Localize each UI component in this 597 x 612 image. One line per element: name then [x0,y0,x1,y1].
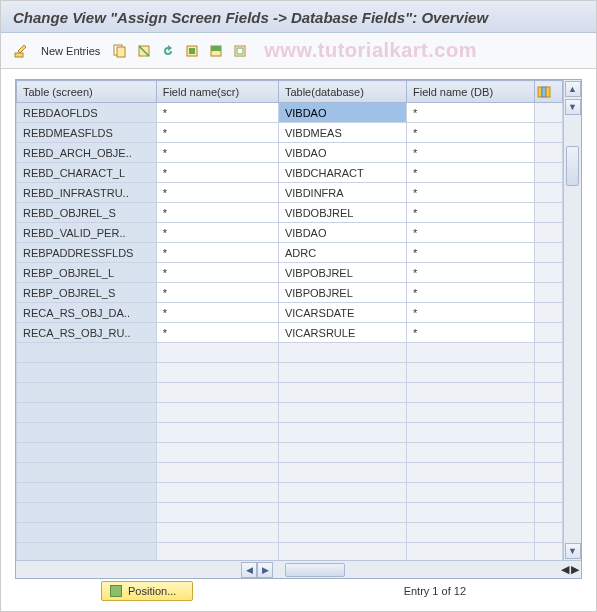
scroll-down-arrow-icon[interactable]: ▼ [565,543,581,559]
cell-table-db[interactable]: VIBPOBJREL [278,263,406,283]
hscroll2-left-icon[interactable]: ◀ [561,563,569,576]
cell-table-db[interactable]: VIBDAO [278,143,406,163]
cell-empty[interactable] [17,403,157,423]
cell-empty[interactable] [17,503,157,523]
cell-empty[interactable] [278,483,406,503]
table-row[interactable]: REBD_ARCH_OBJE..*VIBDAO* [17,143,563,163]
table-row-empty[interactable] [17,483,563,503]
cell-field-screen[interactable]: * [156,123,278,143]
cell-table-db[interactable]: VIBDCHARACT [278,163,406,183]
cell-field-screen[interactable]: * [156,183,278,203]
cell-table-db[interactable]: VICARSRULE [278,323,406,343]
col-header-table-db[interactable]: Table(database) [278,81,406,103]
cell-empty[interactable] [406,523,534,543]
cell-empty[interactable] [406,463,534,483]
col-header-field-screen[interactable]: Field name(scr) [156,81,278,103]
cell-table-screen[interactable]: RECA_RS_OBJ_RU.. [17,323,157,343]
cell-empty[interactable] [406,423,534,443]
cell-field-screen[interactable]: * [156,303,278,323]
cell-field-screen[interactable]: * [156,163,278,183]
cell-empty[interactable] [156,503,278,523]
cell-table-db[interactable]: VIBDINFRA [278,183,406,203]
cell-empty[interactable] [535,423,563,443]
cell-empty[interactable] [406,363,534,383]
cell-table-screen[interactable]: REBP_OBJREL_L [17,263,157,283]
cell-empty[interactable] [156,363,278,383]
scroll-track[interactable] [564,116,581,542]
cell-table-db[interactable]: VICARSDATE [278,303,406,323]
table-row-empty[interactable] [17,503,563,523]
cell-table-screen[interactable]: REBD_INFRASTRU.. [17,183,157,203]
cell-empty[interactable] [156,483,278,503]
cell-empty[interactable] [406,483,534,503]
cell-empty[interactable] [156,443,278,463]
new-entries-button[interactable]: New Entries [35,43,106,59]
position-button[interactable]: Position... [101,581,193,601]
table-row-empty[interactable] [17,423,563,443]
cell-empty[interactable] [535,403,563,423]
cell-empty[interactable] [278,383,406,403]
cell-field-db[interactable]: * [406,303,534,323]
col-header-field-db[interactable]: Field name (DB) [406,81,534,103]
cell-field-screen[interactable]: * [156,203,278,223]
table-row-empty[interactable] [17,523,563,543]
cell-empty[interactable] [156,403,278,423]
select-all-icon[interactable] [182,41,202,61]
cell-empty[interactable] [17,463,157,483]
cell-empty[interactable] [278,443,406,463]
cell-field-db[interactable]: * [406,163,534,183]
copy-as-icon[interactable] [110,41,130,61]
toggle-display-change-icon[interactable] [11,41,31,61]
table-row[interactable]: REBP_OBJREL_S*VIBPOBJREL* [17,283,563,303]
table-row[interactable]: REBD_CHARACT_L*VIBDCHARACT* [17,163,563,183]
cell-empty[interactable] [278,403,406,423]
table-row[interactable]: REBDMEASFLDS*VIBDMEAS* [17,123,563,143]
cell-empty[interactable] [17,423,157,443]
cell-empty[interactable] [406,443,534,463]
table-row[interactable]: REBD_OBJREL_S*VIBDOBJREL* [17,203,563,223]
table-row-empty[interactable] [17,403,563,423]
table-row-empty[interactable] [17,363,563,383]
cell-empty[interactable] [156,343,278,363]
cell-field-db[interactable]: * [406,263,534,283]
table-row-empty[interactable] [17,343,563,363]
table-row[interactable]: REBPADDRESSFLDS*ADRC* [17,243,563,263]
horizontal-scrollbar-2[interactable]: ◀ ▶ [511,561,581,578]
cell-table-screen[interactable]: REBD_OBJREL_S [17,203,157,223]
cell-table-screen[interactable]: REBPADDRESSFLDS [17,243,157,263]
cell-empty[interactable] [535,363,563,383]
hscroll2-right-icon[interactable]: ▶ [571,563,579,576]
cell-field-db[interactable]: * [406,143,534,163]
cell-field-db[interactable]: * [406,243,534,263]
cell-empty[interactable] [535,503,563,523]
cell-empty[interactable] [535,523,563,543]
vertical-scrollbar[interactable]: ▲ ▼ ▼ [563,80,581,560]
cell-field-db[interactable]: * [406,223,534,243]
cell-empty[interactable] [278,343,406,363]
table-row[interactable]: RECA_RS_OBJ_RU..*VICARSRULE* [17,323,563,343]
cell-field-screen[interactable]: * [156,143,278,163]
cell-field-db[interactable]: * [406,203,534,223]
hscroll-left-icon[interactable]: ◀ [241,562,257,578]
cell-empty[interactable] [156,543,278,561]
cell-empty[interactable] [17,443,157,463]
table-row-empty[interactable] [17,543,563,561]
table-row[interactable]: REBDAOFLDS*VIBDAO* [17,103,563,123]
cell-table-db[interactable]: VIBDMEAS [278,123,406,143]
cell-table-db[interactable]: ADRC [278,243,406,263]
cell-empty[interactable] [156,383,278,403]
cell-empty[interactable] [17,523,157,543]
cell-table-screen[interactable]: REBD_ARCH_OBJE.. [17,143,157,163]
cell-empty[interactable] [278,363,406,383]
cell-field-screen[interactable]: * [156,283,278,303]
cell-field-screen[interactable]: * [156,263,278,283]
cell-table-screen[interactable]: REBP_OBJREL_S [17,283,157,303]
table-row-empty[interactable] [17,383,563,403]
scroll-up-arrow-icon[interactable]: ▲ [565,81,581,97]
table-row[interactable]: REBP_OBJREL_L*VIBPOBJREL* [17,263,563,283]
table-row[interactable]: REBD_INFRASTRU..*VIBDINFRA* [17,183,563,203]
cell-table-db[interactable]: VIBDOBJREL [278,203,406,223]
configure-columns-icon[interactable] [535,81,563,103]
cell-empty[interactable] [278,423,406,443]
cell-table-db[interactable]: VIBDAO [278,103,406,123]
